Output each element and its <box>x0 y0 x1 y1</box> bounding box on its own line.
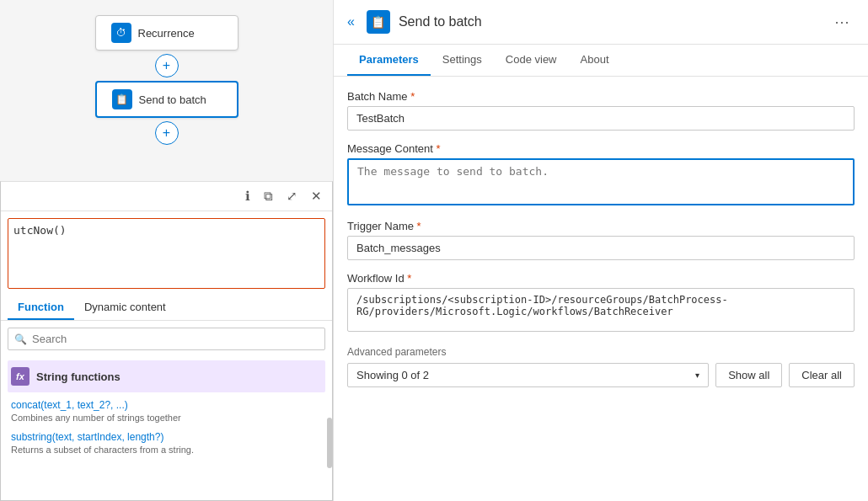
list-item: substring(text, startIndex, length?) Ret… <box>11 431 322 455</box>
advanced-parameters: Advanced parameters Showing 0 of 2 ▾ Sho… <box>347 346 855 387</box>
tab-code-view[interactable]: Code view <box>494 45 569 76</box>
close-icon: ✕ <box>311 189 322 204</box>
workflow-id-input[interactable] <box>347 288 855 332</box>
advanced-params-label: Advanced parameters <box>347 346 855 358</box>
function-group-label: String functions <box>36 370 121 383</box>
send-to-batch-icon: 📋 <box>112 89 132 109</box>
function-substring-desc: Returns a subset of characters from a st… <box>11 445 322 455</box>
expand-button[interactable]: ⤢ <box>283 187 301 205</box>
message-content-input[interactable] <box>347 158 855 205</box>
batch-name-field: Batch Name * <box>347 90 855 131</box>
expression-textarea-wrapper <box>1 211 332 296</box>
expression-toolbar: ℹ ⧉ ⤢ ✕ <box>1 182 332 211</box>
send-to-batch-node[interactable]: 📋 Send to batch <box>95 81 238 118</box>
search-wrapper: 🔍 <box>1 321 332 357</box>
fx-icon: fx <box>11 367 29 386</box>
clear-all-button[interactable]: Clear all <box>789 363 855 387</box>
expression-input[interactable] <box>8 218 325 289</box>
batch-name-required: * <box>410 90 415 103</box>
info-button[interactable]: ℹ <box>242 187 254 205</box>
string-functions-group[interactable]: fx String functions <box>8 360 325 392</box>
add-connector-2[interactable]: + <box>155 121 179 145</box>
panel-header: « 📋 Send to batch ⋯ <box>334 0 868 45</box>
workflow-id-required: * <box>407 272 411 285</box>
right-panel: « 📋 Send to batch ⋯ Parameters Settings … <box>333 0 868 501</box>
collapse-button[interactable]: « <box>347 14 355 29</box>
expand-icon: ⤢ <box>287 189 297 204</box>
recurrence-node[interactable]: ⏱ Recurrence <box>95 15 238 51</box>
advanced-controls: Showing 0 of 2 ▾ Show all Clear all <box>347 363 855 387</box>
left-panel: ⏱ Recurrence + 📋 Send to batch + ℹ ⧉ ⤢ <box>0 0 333 501</box>
chevron-down-icon: ▾ <box>695 370 699 380</box>
list-item: concat(text_1, text_2?, ...) Combines an… <box>11 399 322 423</box>
expression-panel: ℹ ⧉ ⤢ ✕ Function Dynamic content <box>0 181 333 501</box>
trigger-name-label: Trigger Name * <box>347 220 855 232</box>
workflow-id-field: Workflow Id * <box>347 272 855 334</box>
scrollbar[interactable] <box>327 418 332 468</box>
more-options-button[interactable]: ⋯ <box>829 11 855 33</box>
message-content-field: Message Content * <box>347 142 855 208</box>
function-section: fx String functions concat(text_1, text_… <box>1 357 332 466</box>
send-to-batch-label: Send to batch <box>139 93 206 106</box>
showing-text: Showing 0 of 2 <box>356 369 429 381</box>
trigger-name-field: Trigger Name * <box>347 220 855 260</box>
search-icon: 🔍 <box>14 333 27 345</box>
canvas-area: ⏱ Recurrence + 📋 Send to batch + <box>0 0 333 181</box>
copy-button[interactable]: ⧉ <box>260 187 276 205</box>
message-content-label: Message Content * <box>347 142 855 155</box>
add-connector-1[interactable]: + <box>155 54 179 77</box>
tab-dynamic-content[interactable]: Dynamic content <box>74 296 176 320</box>
search-container: 🔍 <box>8 328 325 350</box>
recurrence-label: Recurrence <box>138 27 195 40</box>
tab-function[interactable]: Function <box>8 296 74 320</box>
panel-tabs: Parameters Settings Code view About <box>334 45 868 77</box>
close-button[interactable]: ✕ <box>308 187 325 205</box>
panel-header-icon: 📋 <box>367 10 390 34</box>
batch-name-input[interactable] <box>347 106 855 131</box>
recurrence-icon: ⏱ <box>111 23 131 43</box>
search-input[interactable] <box>8 328 325 350</box>
panel-title: Send to batch <box>399 14 821 29</box>
function-list: concat(text_1, text_2?, ...) Combines an… <box>8 392 325 455</box>
more-icon: ⋯ <box>834 13 849 30</box>
info-icon: ℹ <box>245 189 250 204</box>
batch-name-label: Batch Name * <box>347 90 855 103</box>
panel-content: Batch Name * Message Content * Trigger N… <box>334 77 868 501</box>
message-content-required: * <box>437 142 441 155</box>
expression-tabs: Function Dynamic content <box>1 296 332 321</box>
tab-parameters[interactable]: Parameters <box>347 45 431 76</box>
tab-settings[interactable]: Settings <box>431 45 494 76</box>
trigger-name-required: * <box>417 220 421 232</box>
trigger-name-input[interactable] <box>347 236 855 260</box>
show-all-button[interactable]: Show all <box>715 363 782 387</box>
function-substring-name[interactable]: substring(text, startIndex, length?) <box>11 431 322 443</box>
workflow-id-label: Workflow Id * <box>347 272 855 285</box>
tab-about[interactable]: About <box>569 45 621 76</box>
copy-icon: ⧉ <box>264 189 273 204</box>
function-concat-desc: Combines any number of strings together <box>11 413 322 423</box>
advanced-params-dropdown[interactable]: Showing 0 of 2 ▾ <box>347 363 709 387</box>
function-concat-name[interactable]: concat(text_1, text_2?, ...) <box>11 399 322 411</box>
